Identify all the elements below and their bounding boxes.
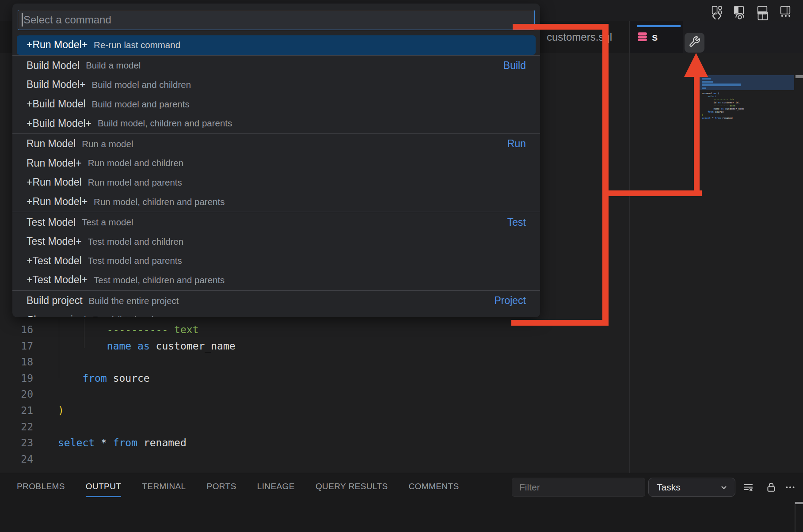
- code-token: [58, 324, 107, 335]
- command-item[interactable]: +Test Model+Test model, children and par…: [17, 270, 536, 290]
- code-token: source: [107, 372, 150, 384]
- command-item[interactable]: Build Model+Build model and children: [17, 75, 536, 95]
- command-description: Build model, children and parents: [98, 118, 232, 129]
- command-label: +Build Model: [27, 98, 86, 110]
- panel-scrollbar-track: [795, 502, 795, 532]
- minimap-token: as: [721, 107, 724, 110]
- command-item[interactable]: Build ModelBuild a modelBuild: [17, 56, 536, 76]
- command-category-action[interactable]: Project: [494, 295, 526, 307]
- code-line: ): [58, 403, 236, 419]
- panel-tab-terminal[interactable]: TERMINAL: [142, 473, 186, 500]
- minimap-line: name as customer_name: [702, 107, 744, 110]
- command-label: Build Model+: [27, 79, 86, 91]
- command-category-action[interactable]: Build: [503, 60, 526, 72]
- line-number: 17: [0, 338, 34, 354]
- minimap-token: select: [708, 95, 716, 98]
- group-separator: [12, 212, 540, 212]
- command-item[interactable]: Clean projectRun `dbt clean`: [17, 310, 536, 317]
- command-description: Run model and children: [88, 158, 184, 168]
- command-category-action[interactable]: Run: [507, 138, 526, 150]
- group-separator: [12, 55, 540, 56]
- command-item[interactable]: +Run Model+Run model, children and paren…: [17, 192, 536, 212]
- code-line: [58, 419, 236, 435]
- panel-tab-ports[interactable]: PORTS: [207, 473, 236, 500]
- minimap-token: customer_id,: [721, 101, 740, 104]
- command-description: Re-run last command: [94, 40, 180, 50]
- tab-customers-sql[interactable]: customers.sql: [541, 21, 629, 53]
- minimap-viewport[interactable]: [700, 75, 794, 90]
- minimap-code: renamed as ( select ---------- ids id as…: [702, 92, 744, 120]
- minimap-line: from source: [702, 110, 744, 114]
- command-description: Run model and parents: [88, 177, 182, 188]
- command-label: Build project: [27, 295, 83, 307]
- line-number-gutter: 161718192021222324: [0, 322, 34, 467]
- command-category-action[interactable]: Test: [507, 217, 526, 228]
- code-token: [58, 340, 107, 352]
- command-item[interactable]: +Build ModelBuild model and parents: [17, 95, 536, 114]
- minimap-token: [702, 110, 708, 113]
- minimap-line: id as customer_id,: [702, 101, 744, 104]
- minimap-token: id: [702, 101, 718, 104]
- line-number: 21: [0, 403, 34, 419]
- line-number: 22: [0, 419, 34, 435]
- command-item[interactable]: +Run ModelRun model and parents: [17, 173, 536, 192]
- command-item[interactable]: Test ModelTest a modelTest: [17, 213, 536, 232]
- line-number: 20: [0, 386, 34, 403]
- minimap-highlight-bar: [702, 78, 711, 80]
- command-item[interactable]: +Run Model+Re-run last command: [17, 35, 536, 55]
- panel-tab-output[interactable]: OUTPUT: [86, 473, 122, 500]
- clear-output-icon[interactable]: [742, 482, 754, 493]
- code-token: [58, 372, 82, 384]
- command-input[interactable]: Select a command: [18, 10, 535, 30]
- minimap-line: select * from renamed: [702, 117, 744, 120]
- code-token: ): [58, 405, 64, 416]
- panel-tab-problems[interactable]: PROBLEMS: [17, 473, 65, 500]
- filter-input[interactable]: Filter: [512, 478, 645, 497]
- minimap-token: renamed: [702, 92, 714, 95]
- command-label: Run Model+: [27, 157, 82, 169]
- minimap-line: ): [702, 114, 744, 117]
- panel-tab-lineage[interactable]: LINEAGE: [257, 473, 295, 500]
- command-description: Build model and children: [92, 80, 191, 90]
- compiled-code-icon[interactable]: [711, 10, 723, 22]
- minimap-token: customer_name: [724, 107, 744, 110]
- line-number: 18: [0, 354, 34, 370]
- code-token: customer_name: [150, 340, 236, 352]
- editor-scrollbar-thumb[interactable]: [795, 75, 803, 78]
- tasks-dropdown[interactable]: Tasks: [648, 478, 735, 497]
- dbt-build-actions-button[interactable]: [685, 33, 704, 53]
- minimap-highlight-bar: [702, 87, 706, 89]
- text-caret: [22, 13, 23, 27]
- code-token: from: [82, 372, 107, 384]
- query-preview-icon[interactable]: [734, 10, 746, 22]
- panel-tab-comments[interactable]: COMMENTS: [408, 473, 459, 500]
- line-number: 23: [0, 435, 34, 451]
- code-token: ---------- text: [107, 324, 199, 335]
- split-editor-icon[interactable]: [757, 10, 769, 22]
- code-area[interactable]: ---------- text name as customer_name fr…: [58, 322, 236, 467]
- minimap-token: from: [715, 117, 721, 119]
- lock-icon[interactable]: [765, 482, 777, 493]
- command-item[interactable]: Run ModelRun a modelRun: [17, 134, 536, 154]
- command-item[interactable]: Build projectBuild the entire projectPro…: [17, 291, 536, 311]
- command-label: Run Model: [27, 138, 76, 150]
- command-description: Run a model: [82, 139, 133, 149]
- code-token: name: [107, 340, 131, 352]
- command-item[interactable]: +Test ModelTest model and parents: [17, 251, 536, 271]
- code-token: renamed: [137, 437, 186, 448]
- command-item[interactable]: +Build Model+Build model, children and p…: [17, 114, 536, 133]
- command-label: Clean project: [27, 314, 87, 317]
- minimap-token: ---------- text: [714, 104, 736, 107]
- code-line: [58, 386, 236, 403]
- minimap-token: renamed: [721, 117, 733, 119]
- command-description: Test a model: [82, 217, 133, 228]
- command-item[interactable]: Test Model+Test model and children: [17, 232, 536, 251]
- panel-scrollbar-thumb[interactable]: [795, 502, 803, 504]
- more-actions-icon[interactable]: [780, 10, 792, 22]
- indent-guide: [59, 319, 59, 378]
- panel-tab-query-results[interactable]: QUERY RESULTS: [316, 473, 388, 500]
- minimap-token: source: [714, 110, 724, 113]
- minimap[interactable]: renamed as ( select ---------- ids id as…: [700, 74, 794, 123]
- panel-more-actions-icon[interactable]: [784, 482, 796, 493]
- command-item[interactable]: Run Model+Run model and children: [17, 154, 536, 173]
